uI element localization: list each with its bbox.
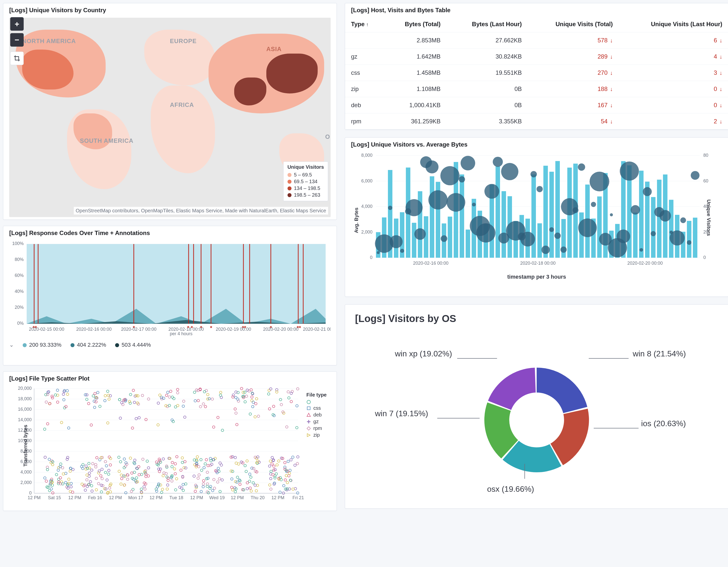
svg-text:12 PM: 12 PM — [149, 495, 162, 500]
svg-point-572 — [268, 408, 271, 410]
svg-point-431 — [220, 464, 223, 466]
bubble-chart[interactable]: 02,0004,0006,0008,000 2020-02-16 00:0020… — [351, 153, 725, 270]
svg-text:2,000: 2,000 — [20, 480, 32, 485]
panel-title: [Logs] File Type Scatter Plot — [3, 372, 337, 385]
map-zoom-out-button[interactable]: − — [10, 33, 24, 47]
svg-point-613 — [285, 474, 288, 477]
svg-point-589 — [296, 405, 298, 407]
svg-point-400 — [193, 475, 195, 477]
svg-point-310 — [162, 458, 164, 460]
svg-point-508 — [235, 462, 237, 464]
svg-point-600 — [296, 462, 299, 465]
svg-point-224 — [95, 477, 98, 480]
svg-point-507 — [235, 396, 237, 399]
svg-point-740 — [578, 218, 597, 237]
table-row[interactable]: css1.458MB19.551KB 270↓ 3↓ — [345, 65, 728, 81]
col-type[interactable]: Type↑ — [345, 16, 384, 32]
svg-point-311 — [185, 483, 187, 485]
svg-point-711 — [406, 199, 423, 216]
map-zoom-in-button[interactable]: + — [10, 17, 24, 31]
svg-point-427 — [203, 466, 205, 469]
svg-point-718 — [446, 193, 465, 211]
table-row[interactable]: gz1.642MB30.824KB 289↓ 4↓ — [345, 49, 728, 65]
svg-point-530 — [244, 391, 246, 394]
response-chart[interactable]: 100% 80% 60% 40% 20% 0% — [9, 241, 331, 336]
svg-point-742 — [589, 172, 609, 191]
svg-point-744 — [610, 213, 613, 216]
svg-point-228 — [145, 418, 147, 421]
svg-point-356 — [162, 475, 164, 477]
svg-text:8,000: 8,000 — [361, 153, 372, 158]
scatter-chart[interactable]: 02,0004,0006,0008,00010,00012,00014,0001… — [9, 386, 331, 501]
svg-text:Sat 15: Sat 15 — [48, 495, 61, 500]
svg-point-188 — [109, 491, 112, 493]
svg-point-152 — [99, 405, 101, 408]
svg-point-750 — [643, 187, 652, 196]
svg-point-123 — [58, 481, 60, 483]
svg-point-71 — [45, 401, 48, 403]
table-row[interactable]: 2.853MB27.662KB 578↓ 6↓ — [345, 32, 728, 49]
svg-point-413 — [196, 456, 199, 458]
svg-point-171 — [104, 471, 107, 474]
svg-point-379 — [159, 394, 161, 396]
table-row[interactable]: rpm361.259KB3.355KB 54↓ 2↓ — [345, 113, 728, 130]
svg-rect-697 — [651, 197, 655, 258]
svg-point-541 — [231, 478, 233, 480]
svg-point-353 — [173, 468, 176, 470]
svg-point-248 — [120, 474, 123, 476]
svg-point-74 — [44, 477, 46, 479]
table-row[interactable]: zip1.108MB0B 188↓ 0↓ — [345, 81, 728, 97]
svg-point-723 — [476, 223, 495, 242]
svg-point-348 — [159, 468, 162, 470]
svg-point-392 — [202, 403, 205, 405]
svg-text:per 4 hours: per 4 hours — [170, 331, 192, 336]
svg-point-577 — [269, 484, 271, 486]
svg-text:0: 0 — [370, 255, 372, 260]
chevron-down-icon[interactable]: ⌄ — [9, 342, 14, 348]
svg-point-83 — [60, 421, 63, 424]
svg-point-143 — [55, 473, 58, 476]
col-bytes-hour[interactable]: Bytes (Last Hour) — [446, 16, 528, 32]
col-uv-total[interactable]: Unique Visits (Total) — [528, 16, 619, 32]
svg-point-194 — [106, 479, 108, 481]
svg-point-389 — [221, 479, 223, 481]
svg-rect-694 — [633, 212, 638, 258]
svg-point-197 — [92, 395, 95, 397]
svg-rect-688 — [597, 196, 602, 258]
panel-visitors-by-country: [Logs] Unique Visitors by Country NORTH … — [3, 3, 337, 220]
svg-point-210 — [80, 465, 83, 468]
svg-point-540 — [255, 403, 257, 405]
svg-point-749 — [640, 248, 643, 251]
svg-point-114 — [62, 393, 65, 396]
table-row[interactable]: deb1,000.41KB0B 167↓ 0↓ — [345, 97, 728, 113]
svg-point-592 — [288, 488, 291, 490]
world-map[interactable]: NORTH AMERICA SOUTH AMERICA EUROPE AFRIC… — [9, 18, 331, 217]
svg-point-753 — [659, 210, 671, 221]
svg-point-758 — [691, 171, 699, 180]
svg-text:12 PM: 12 PM — [231, 495, 244, 500]
svg-point-215 — [87, 402, 90, 405]
svg-text:14,000: 14,000 — [18, 417, 32, 422]
col-bytes-total[interactable]: Bytes (Total) — [384, 16, 446, 32]
svg-text:100%: 100% — [12, 241, 24, 246]
svg-point-221 — [90, 424, 92, 426]
svg-point-345 — [184, 416, 186, 419]
svg-point-741 — [591, 202, 596, 207]
svg-rect-672 — [502, 191, 506, 258]
svg-rect-640 — [307, 407, 310, 410]
col-uv-hour[interactable]: Unique Visits (Last Hour) — [619, 16, 728, 32]
svg-point-293 — [138, 417, 140, 419]
panel-title: [Logs] Unique Visitors by Country — [3, 3, 337, 16]
svg-rect-700 — [669, 200, 673, 258]
map-fit-button[interactable] — [10, 52, 24, 65]
svg-point-488 — [250, 389, 252, 391]
svg-point-573 — [276, 464, 278, 466]
svg-point-751 — [651, 231, 656, 236]
svg-point-344 — [173, 397, 175, 400]
svg-text:0%: 0% — [17, 321, 24, 326]
donut-chart[interactable]: win 8 (21.54%) ios (20.63%) osx (19.66%)… — [345, 329, 728, 504]
svg-point-712 — [414, 228, 426, 240]
svg-point-519 — [256, 484, 259, 487]
svg-point-96 — [71, 491, 74, 494]
svg-point-442 — [200, 469, 203, 472]
